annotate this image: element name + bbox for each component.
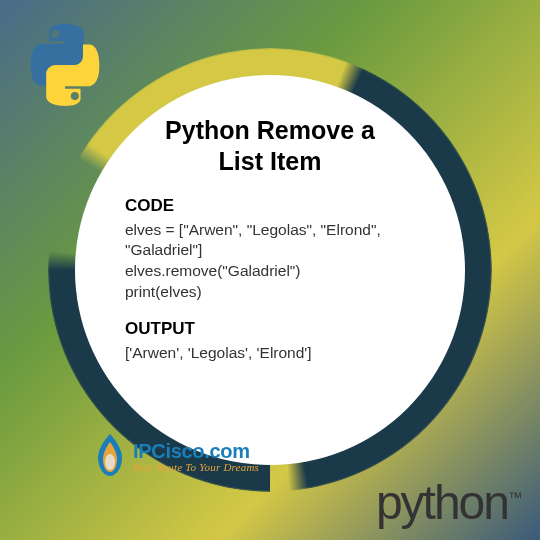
ipcisco-brand-name: IPCisco.com (133, 440, 259, 463)
python-word: python (376, 476, 508, 529)
output-content: ['Arwen', 'Legolas', 'Elrond'] (125, 343, 425, 364)
output-section-label: OUTPUT (125, 319, 425, 339)
white-content-area: Python Remove a List Item CODE elves = [… (75, 75, 465, 465)
title-line-2: List Item (219, 147, 322, 175)
trademark-symbol: ™ (508, 489, 520, 505)
code-content: elves = ["Arwen", "Legolas", "Elrond", "… (125, 220, 425, 304)
ipcisco-text-block: IPCisco.com Best Route To Your Dreams (133, 440, 259, 473)
content-circle: Python Remove a List Item CODE elves = [… (60, 60, 480, 480)
ipcisco-logo: IPCisco.com Best Route To Your Dreams (90, 432, 259, 480)
ipcisco-tagline: Best Route To Your Dreams (133, 461, 259, 473)
code-section-label: CODE (125, 196, 425, 216)
svg-point-0 (105, 454, 115, 470)
title-line-1: Python Remove a (165, 116, 375, 144)
page-title: Python Remove a List Item (115, 115, 425, 178)
flame-icon (90, 432, 130, 480)
python-brand-text: python™ (376, 475, 520, 530)
